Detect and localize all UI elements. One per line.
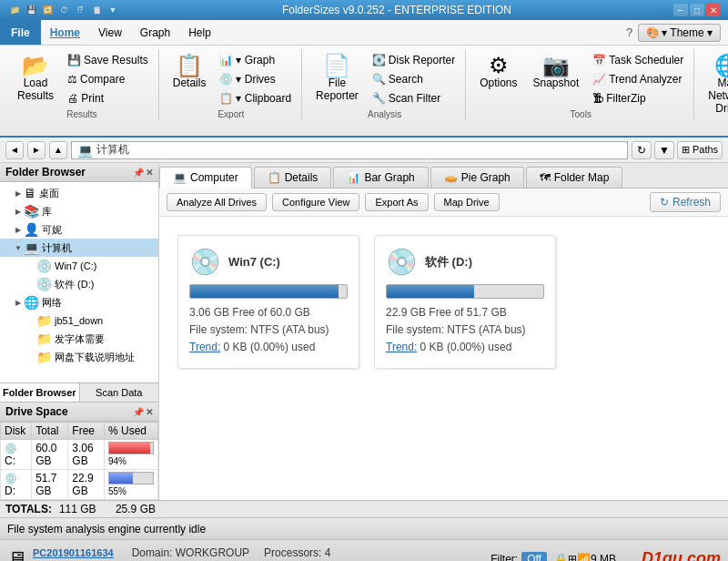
drive-d-progress	[386, 284, 544, 299]
filter-label: Filter:	[490, 553, 518, 562]
tab-bar-graph[interactable]: 📊 Bar Graph	[333, 167, 428, 188]
folder-netdisk-icon: 📁	[36, 350, 52, 364]
refresh-button[interactable]: ↻ Refresh	[650, 192, 721, 212]
drives-button[interactable]: 💿 ▾ Drives	[215, 70, 296, 88]
ribbon-group-export: 📋 Details 📊 ▾ Graph 💿 ▾ Drives 📋 ▾ Clipb…	[161, 49, 302, 121]
tree-item-desktop[interactable]: ▶ 🖥 桌面	[0, 184, 158, 202]
print-button[interactable]: 🖨 Print	[63, 89, 153, 107]
analyze-all-drives-button[interactable]: Analyze All Drives	[167, 193, 267, 211]
search-button[interactable]: 🔍 Search	[368, 70, 460, 88]
tree-item-user[interactable]: ▶ 👤 可妮	[0, 220, 158, 239]
filter-area: Filter: Off 🔒⊞📶9 MB	[490, 552, 616, 562]
right-panel: 💻 Computer 📋 Details 📊 Bar Graph 🥧 Pie G…	[159, 163, 728, 500]
folder-jb51-icon: 📁	[36, 313, 52, 328]
tab-folder-map-label: Folder Map	[554, 171, 610, 184]
ds-pin-icon[interactable]: 📌	[133, 407, 144, 417]
theme-button[interactable]: 🎨 ▾ Theme ▾	[638, 24, 721, 42]
back-button[interactable]: ◄	[5, 141, 24, 159]
refresh-address-button[interactable]: ↻	[632, 141, 652, 159]
quick-icon2[interactable]: 🔁	[40, 4, 55, 16]
ds-close-icon[interactable]: ✕	[146, 407, 153, 417]
minimize-button[interactable]: −	[673, 4, 688, 16]
graph-button[interactable]: 📊 ▾ Graph	[215, 51, 296, 69]
drive-c-info: 3.06 GB Free of 60.0 GB File system: NTF…	[189, 304, 348, 357]
drive-row-c[interactable]: 💿 C: 60.0 GB 3.06 GB 94%	[1, 440, 158, 470]
load-results-button[interactable]: 📂 LoadResults	[11, 51, 60, 106]
details-button[interactable]: 📋 Details	[167, 51, 213, 93]
forward-button[interactable]: ►	[27, 141, 46, 159]
help-icon[interactable]: ?	[626, 26, 632, 39]
quick-icon4[interactable]: ⁉	[73, 4, 87, 16]
maximize-button[interactable]: □	[690, 4, 704, 16]
customize-icon[interactable]: ▼	[106, 4, 120, 16]
results-group-label: Results	[66, 107, 96, 119]
tree-item-d[interactable]: 💿 软件 (D:)	[0, 275, 158, 293]
options-button[interactable]: ⚙ Options	[473, 51, 523, 93]
tree-item-network[interactable]: ▶ 🌐 网络	[0, 293, 158, 311]
history-button[interactable]: ▼	[654, 141, 674, 159]
quick-icon3[interactable]: ⏱	[56, 4, 71, 16]
tree-item-jb51[interactable]: 📁 jb51_down	[0, 311, 158, 330]
tab-scan-data[interactable]: Scan Data	[80, 383, 159, 402]
pin-icon[interactable]: 📌	[133, 168, 144, 178]
drive-d-trend-link[interactable]: Trend:	[386, 341, 417, 353]
compare-button[interactable]: ⚖ Compare	[63, 70, 153, 88]
drive-card-d[interactable]: 💿 软件 (D:) 22.9 GB Free of 51.7 GB File s…	[374, 235, 556, 369]
export-as-button[interactable]: Export As	[365, 193, 428, 211]
file-reporter-button[interactable]: 📄 File Reporter	[309, 51, 365, 106]
tree-item-netdisk[interactable]: 📁 网盘下载说明地址	[0, 348, 158, 366]
pc-details: PC201901161634 [No description]	[33, 546, 114, 562]
scan-filter-button[interactable]: 🔧 Scan Filter	[368, 89, 460, 107]
paths-button[interactable]: ⊞ Paths	[677, 141, 723, 159]
drive-row-d[interactable]: 💿 D: 51.7 GB 22.9 GB 55%	[1, 470, 158, 500]
map-network-drive-button[interactable]: 🌐 Map Network Drive	[702, 51, 728, 118]
clipboard-button[interactable]: 📋 ▾ Clipboard	[215, 89, 296, 107]
disk-reporter-button[interactable]: 💽 Disk Reporter	[368, 51, 460, 69]
address-bar[interactable]: 💻 计算机	[71, 141, 628, 159]
tab-computer[interactable]: 💻 Computer	[159, 167, 252, 189]
map-drive-button[interactable]: Map Drive	[434, 193, 500, 211]
computer-tree-icon: 💻	[24, 240, 39, 255]
tree-item-c[interactable]: 💿 Win7 (C:)	[0, 257, 158, 275]
tab-pie-graph-icon: 🥧	[444, 171, 458, 184]
tree-label-user: 可妮	[42, 223, 62, 237]
tab-folder-browser[interactable]: Folder Browser	[0, 383, 80, 402]
ribbon-network-buttons: 🌐 Map Network Drive	[702, 51, 728, 118]
toggle-desktop: ▶	[13, 188, 24, 199]
menu-file[interactable]: File	[0, 20, 41, 45]
tab-folder-map[interactable]: 🗺 Folder Map	[526, 167, 623, 188]
quick-save-icon[interactable]: 💾	[24, 4, 38, 16]
network-tree-icon: 🌐	[24, 295, 39, 310]
tab-folder-map-icon: 🗺	[540, 171, 551, 184]
panel-close-icon[interactable]: ✕	[146, 168, 153, 178]
quick-icon5[interactable]: 📋	[89, 4, 104, 16]
drive-card-c-header: 💿 Win7 (C:)	[189, 247, 348, 277]
snapshot-button[interactable]: 📷 Snapshot	[527, 51, 586, 93]
pc-name-link[interactable]: PC201901161634	[33, 547, 114, 558]
titlebar: 📁 💾 🔁 ⏱ ⁉ 📋 ▼ FolderSizes v9.0.252 - ENT…	[0, 0, 728, 20]
configure-view-button[interactable]: Configure View	[272, 193, 359, 211]
tree-item-font[interactable]: 📁 发字体需要	[0, 330, 158, 348]
trend-analyzer-button[interactable]: 📈 Trend Analyzer	[588, 70, 688, 88]
filterzip-button[interactable]: 🗜 FilterZip	[588, 89, 688, 107]
tree-item-computer[interactable]: ▼ 💻 计算机	[0, 239, 158, 257]
drive-c-trend-link[interactable]: Trend:	[189, 341, 220, 353]
save-results-button[interactable]: 💾 Save Results	[63, 51, 153, 69]
address-text: 计算机	[96, 142, 129, 158]
close-button[interactable]: ✕	[706, 4, 721, 16]
ribbon-tools-buttons: ⚙ Options 📷 Snapshot 📅 Task Scheduler 📈 …	[473, 51, 688, 107]
save-icon: 💾	[67, 54, 81, 66]
menu-view[interactable]: View	[89, 20, 131, 45]
tree-item-library[interactable]: ▶ 📚 库	[0, 202, 158, 220]
tab-details[interactable]: 📋 Details	[254, 167, 332, 188]
drive-card-c[interactable]: 💿 Win7 (C:) 3.06 GB Free of 60.0 GB File…	[177, 235, 359, 369]
menu-home[interactable]: Home	[41, 20, 89, 45]
total-d: 51.7 GB	[32, 470, 68, 500]
menu-help[interactable]: Help	[179, 20, 220, 45]
addressbar: ◄ ► ▲ 💻 计算机 ↻ ▼ ⊞ Paths	[0, 138, 728, 163]
tab-pie-graph[interactable]: 🥧 Pie Graph	[430, 167, 524, 188]
task-scheduler-button[interactable]: 📅 Task Scheduler	[588, 51, 688, 69]
menu-graph[interactable]: Graph	[131, 20, 179, 45]
file-reporter-icon: 📄	[323, 55, 350, 76]
up-button[interactable]: ▲	[49, 141, 67, 159]
